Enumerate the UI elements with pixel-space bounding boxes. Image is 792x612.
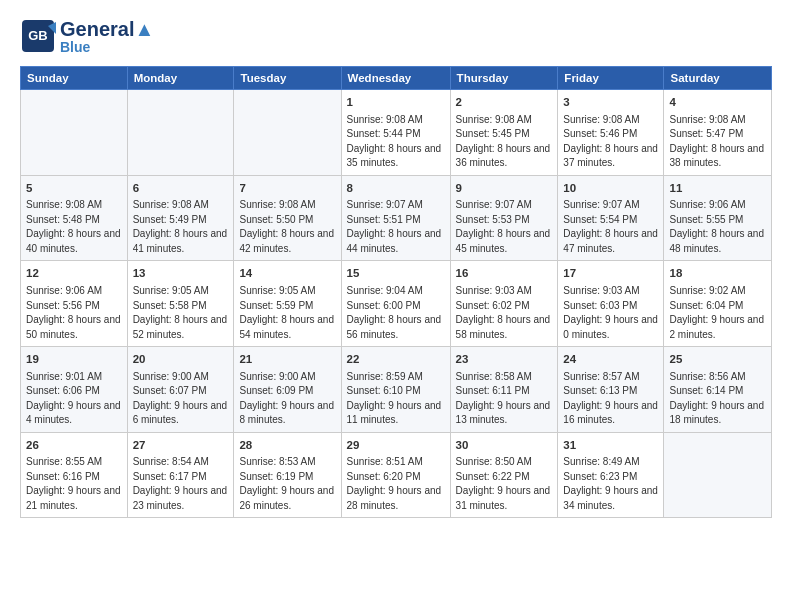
logo-general: General▲ <box>60 18 154 40</box>
day-number: 10 <box>563 180 658 197</box>
calendar-cell: 16Sunrise: 9:03 AM Sunset: 6:02 PM Dayli… <box>450 261 558 347</box>
calendar-cell: 3Sunrise: 9:08 AM Sunset: 5:46 PM Daylig… <box>558 90 664 176</box>
day-number: 14 <box>239 265 335 282</box>
day-info: Sunrise: 9:08 AM Sunset: 5:44 PM Dayligh… <box>347 113 445 171</box>
day-info: Sunrise: 8:55 AM Sunset: 6:16 PM Dayligh… <box>26 455 122 513</box>
day-number: 28 <box>239 437 335 454</box>
day-number: 21 <box>239 351 335 368</box>
day-info: Sunrise: 9:03 AM Sunset: 6:03 PM Dayligh… <box>563 284 658 342</box>
day-info: Sunrise: 8:59 AM Sunset: 6:10 PM Dayligh… <box>347 370 445 428</box>
day-info: Sunrise: 9:05 AM Sunset: 5:59 PM Dayligh… <box>239 284 335 342</box>
calendar-header-row: SundayMondayTuesdayWednesdayThursdayFrid… <box>21 67 772 90</box>
calendar-cell: 2Sunrise: 9:08 AM Sunset: 5:45 PM Daylig… <box>450 90 558 176</box>
day-number: 8 <box>347 180 445 197</box>
day-info: Sunrise: 9:08 AM Sunset: 5:47 PM Dayligh… <box>669 113 766 171</box>
calendar-cell: 17Sunrise: 9:03 AM Sunset: 6:03 PM Dayli… <box>558 261 664 347</box>
weekday-header-wednesday: Wednesday <box>341 67 450 90</box>
day-number: 24 <box>563 351 658 368</box>
weekday-header-thursday: Thursday <box>450 67 558 90</box>
day-number: 25 <box>669 351 766 368</box>
calendar-week-row: 19Sunrise: 9:01 AM Sunset: 6:06 PM Dayli… <box>21 347 772 433</box>
calendar-cell: 21Sunrise: 9:00 AM Sunset: 6:09 PM Dayli… <box>234 347 341 433</box>
day-number: 26 <box>26 437 122 454</box>
calendar-cell: 12Sunrise: 9:06 AM Sunset: 5:56 PM Dayli… <box>21 261 128 347</box>
logo-blue: Blue <box>60 40 154 54</box>
calendar-cell <box>21 90 128 176</box>
header: GB General▲ Blue <box>20 18 772 54</box>
day-info: Sunrise: 9:06 AM Sunset: 5:56 PM Dayligh… <box>26 284 122 342</box>
day-info: Sunrise: 8:50 AM Sunset: 6:22 PM Dayligh… <box>456 455 553 513</box>
calendar-cell: 6Sunrise: 9:08 AM Sunset: 5:49 PM Daylig… <box>127 175 234 261</box>
day-info: Sunrise: 9:02 AM Sunset: 6:04 PM Dayligh… <box>669 284 766 342</box>
calendar-table: SundayMondayTuesdayWednesdayThursdayFrid… <box>20 66 772 518</box>
day-number: 29 <box>347 437 445 454</box>
day-info: Sunrise: 9:08 AM Sunset: 5:49 PM Dayligh… <box>133 198 229 256</box>
day-info: Sunrise: 9:03 AM Sunset: 6:02 PM Dayligh… <box>456 284 553 342</box>
day-number: 6 <box>133 180 229 197</box>
calendar-cell: 4Sunrise: 9:08 AM Sunset: 5:47 PM Daylig… <box>664 90 772 176</box>
day-info: Sunrise: 8:49 AM Sunset: 6:23 PM Dayligh… <box>563 455 658 513</box>
day-number: 27 <box>133 437 229 454</box>
calendar-week-row: 12Sunrise: 9:06 AM Sunset: 5:56 PM Dayli… <box>21 261 772 347</box>
calendar-cell: 31Sunrise: 8:49 AM Sunset: 6:23 PM Dayli… <box>558 432 664 518</box>
calendar-cell: 22Sunrise: 8:59 AM Sunset: 6:10 PM Dayli… <box>341 347 450 433</box>
weekday-header-saturday: Saturday <box>664 67 772 90</box>
calendar-cell: 10Sunrise: 9:07 AM Sunset: 5:54 PM Dayli… <box>558 175 664 261</box>
weekday-header-tuesday: Tuesday <box>234 67 341 90</box>
calendar-cell: 19Sunrise: 9:01 AM Sunset: 6:06 PM Dayli… <box>21 347 128 433</box>
calendar-cell: 9Sunrise: 9:07 AM Sunset: 5:53 PM Daylig… <box>450 175 558 261</box>
calendar-cell: 29Sunrise: 8:51 AM Sunset: 6:20 PM Dayli… <box>341 432 450 518</box>
calendar-cell: 14Sunrise: 9:05 AM Sunset: 5:59 PM Dayli… <box>234 261 341 347</box>
calendar-cell <box>234 90 341 176</box>
day-number: 19 <box>26 351 122 368</box>
calendar-cell: 26Sunrise: 8:55 AM Sunset: 6:16 PM Dayli… <box>21 432 128 518</box>
weekday-header-monday: Monday <box>127 67 234 90</box>
day-info: Sunrise: 9:06 AM Sunset: 5:55 PM Dayligh… <box>669 198 766 256</box>
day-number: 22 <box>347 351 445 368</box>
day-info: Sunrise: 9:00 AM Sunset: 6:07 PM Dayligh… <box>133 370 229 428</box>
day-number: 18 <box>669 265 766 282</box>
calendar-cell: 11Sunrise: 9:06 AM Sunset: 5:55 PM Dayli… <box>664 175 772 261</box>
day-number: 3 <box>563 94 658 111</box>
day-info: Sunrise: 8:57 AM Sunset: 6:13 PM Dayligh… <box>563 370 658 428</box>
day-number: 31 <box>563 437 658 454</box>
calendar-cell: 24Sunrise: 8:57 AM Sunset: 6:13 PM Dayli… <box>558 347 664 433</box>
day-info: Sunrise: 8:51 AM Sunset: 6:20 PM Dayligh… <box>347 455 445 513</box>
day-number: 9 <box>456 180 553 197</box>
day-info: Sunrise: 9:07 AM Sunset: 5:51 PM Dayligh… <box>347 198 445 256</box>
calendar-cell: 8Sunrise: 9:07 AM Sunset: 5:51 PM Daylig… <box>341 175 450 261</box>
page: GB General▲ Blue SundayMondayTuesdayWedn… <box>0 0 792 528</box>
day-info: Sunrise: 9:08 AM Sunset: 5:46 PM Dayligh… <box>563 113 658 171</box>
calendar-cell: 23Sunrise: 8:58 AM Sunset: 6:11 PM Dayli… <box>450 347 558 433</box>
weekday-header-sunday: Sunday <box>21 67 128 90</box>
day-info: Sunrise: 9:08 AM Sunset: 5:48 PM Dayligh… <box>26 198 122 256</box>
day-number: 20 <box>133 351 229 368</box>
calendar-week-row: 5Sunrise: 9:08 AM Sunset: 5:48 PM Daylig… <box>21 175 772 261</box>
logo-icon: GB <box>20 18 56 54</box>
day-info: Sunrise: 8:54 AM Sunset: 6:17 PM Dayligh… <box>133 455 229 513</box>
day-info: Sunrise: 9:07 AM Sunset: 5:53 PM Dayligh… <box>456 198 553 256</box>
day-info: Sunrise: 9:00 AM Sunset: 6:09 PM Dayligh… <box>239 370 335 428</box>
day-number: 15 <box>347 265 445 282</box>
calendar-cell: 1Sunrise: 9:08 AM Sunset: 5:44 PM Daylig… <box>341 90 450 176</box>
day-info: Sunrise: 9:07 AM Sunset: 5:54 PM Dayligh… <box>563 198 658 256</box>
calendar-cell: 18Sunrise: 9:02 AM Sunset: 6:04 PM Dayli… <box>664 261 772 347</box>
calendar-week-row: 26Sunrise: 8:55 AM Sunset: 6:16 PM Dayli… <box>21 432 772 518</box>
day-number: 11 <box>669 180 766 197</box>
calendar-cell: 13Sunrise: 9:05 AM Sunset: 5:58 PM Dayli… <box>127 261 234 347</box>
day-info: Sunrise: 9:05 AM Sunset: 5:58 PM Dayligh… <box>133 284 229 342</box>
calendar-cell <box>127 90 234 176</box>
calendar-cell: 27Sunrise: 8:54 AM Sunset: 6:17 PM Dayli… <box>127 432 234 518</box>
day-number: 23 <box>456 351 553 368</box>
day-info: Sunrise: 8:56 AM Sunset: 6:14 PM Dayligh… <box>669 370 766 428</box>
svg-text:GB: GB <box>28 28 48 43</box>
weekday-header-friday: Friday <box>558 67 664 90</box>
day-number: 5 <box>26 180 122 197</box>
calendar-cell: 7Sunrise: 9:08 AM Sunset: 5:50 PM Daylig… <box>234 175 341 261</box>
calendar-cell <box>664 432 772 518</box>
day-number: 16 <box>456 265 553 282</box>
calendar-cell: 20Sunrise: 9:00 AM Sunset: 6:07 PM Dayli… <box>127 347 234 433</box>
day-number: 17 <box>563 265 658 282</box>
day-number: 2 <box>456 94 553 111</box>
day-info: Sunrise: 9:08 AM Sunset: 5:45 PM Dayligh… <box>456 113 553 171</box>
